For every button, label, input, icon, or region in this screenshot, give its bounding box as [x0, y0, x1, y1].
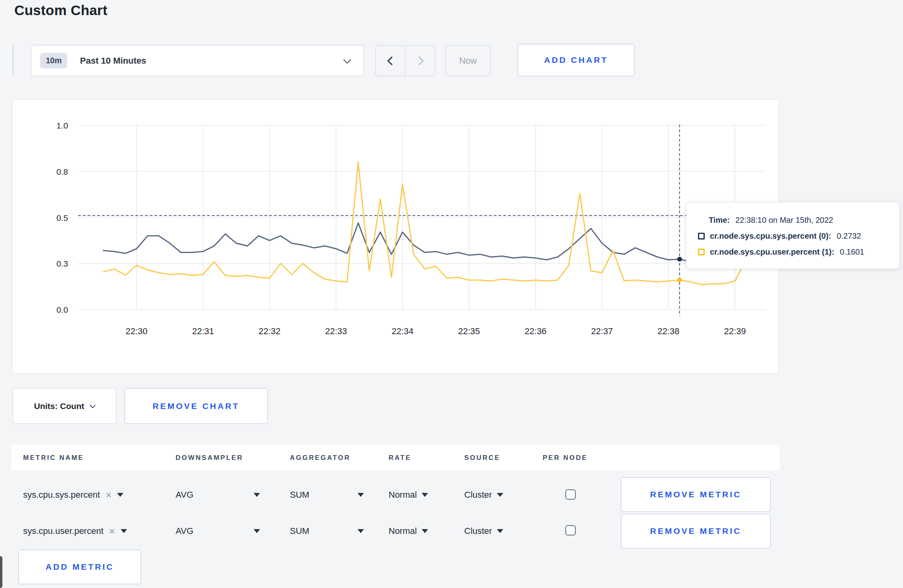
- svg-text:0.3: 0.3: [57, 259, 68, 268]
- chevron-left-icon: [387, 56, 396, 65]
- per-node-checkbox[interactable]: [565, 525, 576, 535]
- svg-text:22:32: 22:32: [258, 326, 280, 336]
- prev-time-button[interactable]: [376, 46, 405, 76]
- tooltip-entry: cr.node.sys.cpu.user.percent (1): 0.1601: [698, 244, 891, 260]
- aggregator-value: SUM: [290, 526, 309, 536]
- dropdown-caret-icon: [358, 529, 364, 533]
- downsampler-value: AVG: [176, 490, 194, 500]
- svg-text:22:38: 22:38: [657, 326, 679, 336]
- time-nav-group: [375, 45, 436, 76]
- time-range-select[interactable]: 10m Past 10 Minutes: [31, 45, 364, 76]
- clear-icon[interactable]: ×: [109, 526, 115, 536]
- next-time-button[interactable]: [405, 46, 435, 76]
- metric-name-label: sys.cpu.sys.percent: [23, 490, 100, 500]
- tooltip-entry: cr.node.sys.cpu.sys.percent (0): 0.2732: [698, 228, 891, 244]
- rate-select[interactable]: Normal: [389, 485, 428, 504]
- dropdown-caret-icon: [422, 529, 428, 533]
- add-chart-button[interactable]: ADD CHART: [518, 44, 635, 76]
- dropdown-caret-icon: [358, 493, 364, 497]
- metrics-table-header: METRIC NAME DOWNSAMPLER AGGREGATOR RATE …: [12, 445, 780, 471]
- metric-name-label: sys.cpu.user.percent: [23, 526, 104, 536]
- tooltip-time-label: Time:: [709, 216, 730, 225]
- svg-text:22:37: 22:37: [591, 326, 613, 336]
- svg-text:0.8: 0.8: [57, 167, 68, 176]
- svg-text:22:35: 22:35: [458, 326, 480, 336]
- add-metric-button[interactable]: ADD METRIC: [18, 549, 141, 584]
- svg-text:22:39: 22:39: [724, 326, 746, 336]
- rate-value: Normal: [389, 526, 417, 536]
- clear-icon[interactable]: ×: [106, 490, 111, 500]
- aggregator-value: SUM: [290, 490, 309, 500]
- rate-select[interactable]: Normal: [389, 522, 428, 541]
- svg-text:0.0: 0.0: [57, 305, 68, 314]
- remove-metric-button[interactable]: REMOVE METRIC: [621, 477, 771, 512]
- column-header-rate: RATE: [389, 445, 411, 471]
- series-swatch-icon: [698, 233, 705, 239]
- time-range-badge: 10m: [40, 53, 67, 68]
- svg-text:22:31: 22:31: [192, 326, 214, 336]
- toolbar-divider: [13, 45, 14, 76]
- chevron-down-icon: [343, 56, 351, 64]
- dropdown-caret-icon: [254, 493, 260, 497]
- column-header-metric-name: METRIC NAME: [23, 445, 84, 471]
- rate-value: Normal: [389, 490, 417, 500]
- window-edge-artifact: [0, 556, 2, 588]
- column-header-per-node: PER NODE: [543, 445, 588, 471]
- dropdown-caret-icon: [117, 493, 123, 497]
- dropdown-caret-icon: [254, 529, 260, 533]
- chevron-down-icon: [90, 402, 96, 409]
- downsampler-select[interactable]: AVG: [176, 522, 260, 541]
- metric-name-select[interactable]: sys.cpu.sys.percent ×: [23, 485, 123, 504]
- source-value: Cluster: [464, 490, 492, 500]
- column-header-downsampler: DOWNSAMPLER: [176, 445, 243, 471]
- tooltip-entry-value: 0.2732: [837, 232, 861, 241]
- tooltip-entry-value: 0.1601: [840, 247, 864, 257]
- downsampler-select[interactable]: AVG: [176, 485, 260, 504]
- column-header-source: SOURCE: [464, 445, 500, 471]
- chart-tooltip: Time: 22:38:10 on Mar 15th, 2022 cr.node…: [686, 202, 900, 269]
- aggregator-select[interactable]: SUM: [290, 522, 364, 541]
- tooltip-time-value: 22:38:10 on Mar 15th, 2022: [735, 216, 833, 225]
- svg-text:0.5: 0.5: [57, 213, 68, 222]
- page-title: Custom Chart: [14, 2, 108, 18]
- per-node-checkbox[interactable]: [565, 489, 576, 500]
- dropdown-caret-icon: [497, 493, 503, 497]
- dropdown-caret-icon: [422, 493, 428, 497]
- source-select[interactable]: Cluster: [464, 485, 503, 504]
- now-button[interactable]: Now: [445, 45, 491, 76]
- svg-text:22:36: 22:36: [524, 326, 546, 336]
- source-select[interactable]: Cluster: [464, 522, 503, 541]
- series-swatch-icon: [698, 249, 705, 255]
- chart-card: 0.00.30.50.81.022:3022:3122:3222:3322:34…: [12, 99, 779, 374]
- units-label: Units: Count: [34, 401, 84, 411]
- remove-chart-button[interactable]: REMOVE CHART: [124, 388, 268, 424]
- dropdown-caret-icon: [121, 529, 127, 533]
- source-value: Cluster: [464, 526, 492, 536]
- custom-chart-page: Custom Chart 10m Past 10 Minutes Now ADD…: [0, 0, 903, 588]
- column-header-aggregator: AGGREGATOR: [290, 445, 350, 471]
- svg-text:22:33: 22:33: [325, 326, 347, 336]
- tooltip-entry-label: cr.node.sys.cpu.user.percent (1):: [710, 247, 834, 257]
- svg-text:1.0: 1.0: [57, 121, 68, 130]
- remove-metric-button[interactable]: REMOVE METRIC: [621, 514, 771, 549]
- units-select[interactable]: Units: Count: [12, 388, 117, 424]
- downsampler-value: AVG: [176, 526, 194, 536]
- time-range-label: Past 10 Minutes: [80, 56, 146, 66]
- tooltip-entry-label: cr.node.sys.cpu.sys.percent (0):: [710, 232, 831, 241]
- aggregator-select[interactable]: SUM: [290, 485, 364, 504]
- dropdown-caret-icon: [497, 529, 503, 533]
- svg-text:22:30: 22:30: [125, 326, 147, 336]
- svg-text:22:34: 22:34: [391, 326, 413, 336]
- chevron-right-icon: [414, 56, 424, 65]
- cpu-usage-line-chart[interactable]: 0.00.30.50.81.022:3022:3122:3222:3322:34…: [12, 100, 780, 373]
- metric-name-select[interactable]: sys.cpu.user.percent ×: [23, 522, 127, 541]
